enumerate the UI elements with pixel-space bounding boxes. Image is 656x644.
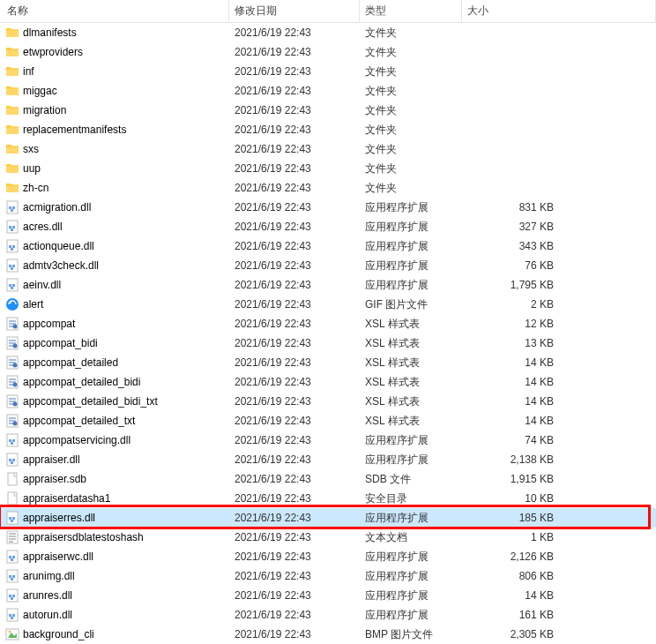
- column-header-name[interactable]: 名称: [0, 0, 229, 22]
- svg-rect-47: [11, 520, 13, 522]
- file-name-label: appcompat_detailed_bidi: [23, 376, 140, 388]
- svg-point-31: [13, 402, 18, 407]
- file-name-cell: acres.dll: [0, 220, 229, 234]
- file-row[interactable]: appcompatservicing.dll2021/6/19 22:43应用程…: [0, 431, 656, 450]
- file-row[interactable]: miggac2021/6/19 22:43文件夹: [0, 81, 656, 101]
- file-size-cell: 14 KB: [462, 376, 559, 388]
- column-header-type[interactable]: 类型: [360, 0, 462, 22]
- file-row[interactable]: sxs2021/6/19 22:43文件夹: [0, 139, 656, 159]
- file-name-cell: appraiserwc.dll: [0, 550, 229, 564]
- file-type-cell: 文件夹: [360, 123, 462, 138]
- folder-icon: [5, 142, 19, 156]
- file-row[interactable]: appcompat_detailed_bidi_txt2021/6/19 22:…: [0, 392, 656, 411]
- txt-icon: [5, 530, 19, 544]
- file-row[interactable]: dlmanifests2021/6/19 22:43文件夹: [0, 23, 656, 42]
- svg-rect-45: [9, 517, 11, 520]
- dll-icon: [5, 453, 19, 467]
- file-row[interactable]: appcompat_detailed_bidi2021/6/19 22:43XS…: [0, 372, 656, 392]
- dll-icon: [5, 258, 19, 273]
- column-header-name-label: 名称: [7, 4, 28, 19]
- file-name-label: replacementmanifests: [23, 124, 126, 136]
- generic-icon: [5, 491, 19, 505]
- column-header-size[interactable]: 大小: [462, 0, 656, 22]
- file-row[interactable]: appraiser.dll2021/6/19 22:43应用程序扩展2,138 …: [0, 450, 656, 469]
- file-size-cell: 2,138 KB: [462, 453, 559, 466]
- file-row[interactable]: appraiserwc.dll2021/6/19 22:43应用程序扩展2,12…: [0, 547, 656, 566]
- svg-rect-13: [9, 265, 11, 267]
- file-name-cell: inf: [0, 64, 229, 79]
- file-name-cell: appcompatservicing.dll: [0, 433, 229, 447]
- file-date-cell: 2021/6/19 22:43: [229, 589, 360, 602]
- file-row[interactable]: appraisersdblatestoshash2021/6/19 22:43文…: [0, 528, 656, 547]
- file-date-cell: 2021/6/19 22:43: [229, 279, 360, 291]
- file-name-cell: appraiser.dll: [0, 453, 229, 467]
- file-row[interactable]: acres.dll2021/6/19 22:43应用程序扩展327 KB: [0, 217, 656, 236]
- file-row[interactable]: appcompat_bidi2021/6/19 22:43XSL 样式表13 K…: [0, 333, 656, 353]
- file-row[interactable]: migration2021/6/19 22:43文件夹: [0, 101, 656, 120]
- file-name-label: appraiserdatasha1: [23, 492, 110, 505]
- svg-rect-17: [9, 284, 11, 287]
- file-name-label: migration: [23, 104, 66, 116]
- file-size-cell: 185 KB: [462, 512, 559, 524]
- column-header-date[interactable]: 修改日期: [229, 0, 360, 22]
- file-row[interactable]: arunimg.dll2021/6/19 22:43应用程序扩展806 KB: [0, 566, 656, 586]
- file-date-cell: 2021/6/19 22:43: [229, 395, 360, 408]
- file-size-cell: 12 KB: [462, 318, 559, 330]
- svg-rect-9: [9, 245, 11, 248]
- svg-rect-18: [12, 284, 15, 287]
- file-name-cell: acmigration.dll: [0, 200, 229, 214]
- file-date-cell: 2021/6/19 22:43: [229, 453, 360, 466]
- file-size-cell: 76 KB: [462, 259, 559, 272]
- file-row[interactable]: replacementmanifests2021/6/19 22:43文件夹: [0, 120, 656, 139]
- svg-rect-3: [11, 209, 13, 212]
- file-name-label: appraiserwc.dll: [23, 550, 93, 563]
- file-row[interactable]: appraiserdatasha12021/6/19 22:43安全目录10 K…: [0, 489, 656, 508]
- file-row[interactable]: appcompat_detailed_txt2021/6/19 22:43XSL…: [0, 411, 656, 431]
- file-name-label: appcompatservicing.dll: [23, 434, 130, 446]
- svg-point-33: [13, 422, 18, 426]
- file-name-cell: appcompat_bidi: [0, 336, 229, 350]
- file-type-cell: XSL 样式表: [360, 356, 462, 371]
- file-row[interactable]: inf2021/6/19 22:43文件夹: [0, 62, 656, 81]
- file-row[interactable]: background_cli2021/6/19 22:43BMP 图片文件2,3…: [0, 625, 656, 644]
- file-type-cell: 文件夹: [360, 45, 462, 60]
- file-name-label: miggac: [23, 85, 57, 97]
- file-row[interactable]: actionqueue.dll2021/6/19 22:43应用程序扩展343 …: [0, 236, 656, 256]
- file-name-cell: autorun.dll: [0, 608, 229, 622]
- file-row[interactable]: aeinv.dll2021/6/19 22:43应用程序扩展1,795 KB: [0, 275, 656, 295]
- file-name-cell: alert: [0, 297, 229, 311]
- svg-rect-54: [9, 575, 11, 578]
- file-row[interactable]: admtv3check.dll2021/6/19 22:43应用程序扩展76 K…: [0, 256, 656, 275]
- file-name-cell: appcompat_detailed_bidi: [0, 375, 229, 389]
- file-date-cell: 2021/6/19 22:43: [229, 221, 360, 233]
- file-name-label: appcompat_bidi: [23, 337, 98, 349]
- file-name-cell: arunimg.dll: [0, 569, 229, 583]
- file-row[interactable]: alert2021/6/19 22:43GIF 图片文件2 KB: [0, 295, 656, 314]
- file-name-label: actionqueue.dll: [23, 240, 94, 252]
- svg-rect-59: [12, 595, 15, 597]
- file-name-cell: appcompat_detailed_txt: [0, 414, 229, 428]
- file-name-label: appcompat_detailed: [23, 356, 118, 369]
- file-name-cell: uup: [0, 161, 229, 176]
- file-type-cell: 应用程序扩展: [360, 569, 462, 584]
- file-row[interactable]: arunres.dll2021/6/19 22:43应用程序扩展14 KB: [0, 586, 656, 605]
- file-row[interactable]: zh-cn2021/6/19 22:43文件夹: [0, 178, 656, 198]
- file-row[interactable]: etwproviders2021/6/19 22:43文件夹: [0, 42, 656, 62]
- svg-point-67: [9, 631, 11, 633]
- file-row[interactable]: autorun.dll2021/6/19 22:43应用程序扩展161 KB: [0, 605, 656, 625]
- file-date-cell: 2021/6/19 22:43: [229, 512, 360, 524]
- file-row[interactable]: appraiserres.dll2021/6/19 22:43应用程序扩展185…: [0, 508, 656, 528]
- file-name-label: admtv3check.dll: [23, 259, 99, 272]
- file-row[interactable]: uup2021/6/19 22:43文件夹: [0, 159, 656, 178]
- file-type-cell: 文件夹: [360, 64, 462, 79]
- file-size-cell: 806 KB: [462, 570, 559, 582]
- svg-rect-40: [12, 459, 15, 461]
- svg-rect-36: [12, 439, 15, 442]
- file-name-cell: appraiserres.dll: [0, 511, 229, 525]
- svg-rect-56: [11, 578, 13, 580]
- file-size-cell: 14 KB: [462, 415, 559, 427]
- file-row[interactable]: appraiser.sdb2021/6/19 22:43SDB 文件1,915 …: [0, 469, 656, 489]
- file-row[interactable]: appcompat_detailed2021/6/19 22:43XSL 样式表…: [0, 353, 656, 372]
- file-row[interactable]: appcompat2021/6/19 22:43XSL 样式表12 KB: [0, 314, 656, 333]
- file-row[interactable]: acmigration.dll2021/6/19 22:43应用程序扩展831 …: [0, 198, 656, 217]
